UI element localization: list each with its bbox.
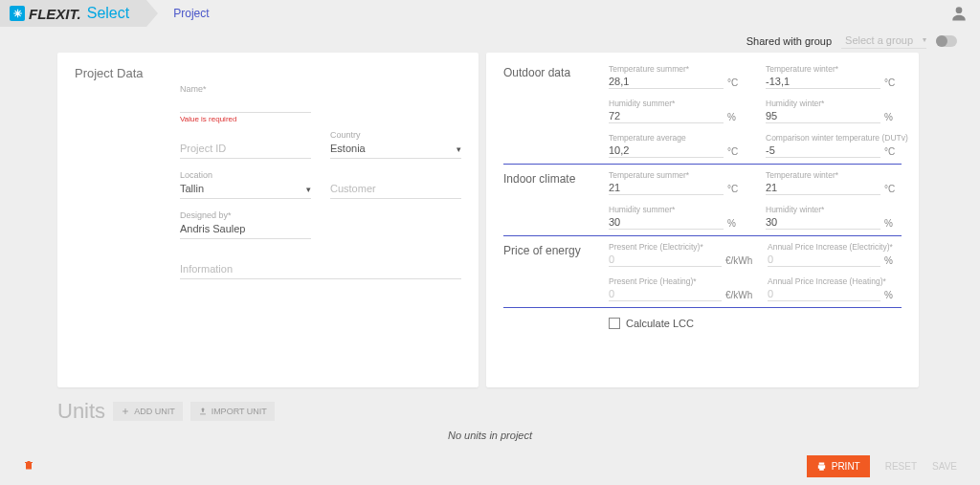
logo: ✳ FLEXIT. Select (10, 5, 129, 22)
name-label: Name* (180, 84, 207, 94)
designed-by-label: Designed by* (180, 210, 232, 220)
designed-by-input[interactable]: Andris Saulep (180, 222, 311, 235)
country-field[interactable]: Country Estonia (330, 132, 461, 159)
calculate-lcc-checkbox[interactable] (609, 318, 620, 329)
heat-price-field[interactable]: Present Price (Heating)*0 (609, 278, 722, 301)
add-unit-button[interactable]: ADD UNIT (113, 402, 183, 421)
units-header: Units ADD UNIT IMPORT UNIT (0, 387, 980, 424)
svg-point-0 (956, 7, 963, 13)
indoor-hum-winter-field[interactable]: Humidity winter*30 (766, 207, 880, 230)
name-error: Value is required (180, 115, 236, 123)
logo-icon: ✳ (10, 6, 25, 21)
reset-button[interactable]: RESET (885, 461, 917, 472)
footer-bar: PRINT RESET SAVE (0, 455, 980, 477)
account-icon[interactable] (949, 4, 969, 23)
indoor-hum-summer-field[interactable]: Humidity summer*30 (609, 207, 724, 230)
customer-field[interactable]: Customer (330, 172, 461, 199)
project-data-card: Project Data Name* Value is required Pro… (57, 53, 479, 387)
logo-text-sub: Select (87, 5, 129, 22)
no-units-message: No units in project (0, 430, 980, 441)
delete-icon[interactable] (23, 458, 34, 474)
country-label: Country (330, 130, 361, 140)
outdoor-temp-winter-field[interactable]: Temperature winter*-13,1 (766, 66, 880, 89)
outdoor-title: Outdoor data (503, 66, 609, 158)
share-label: Shared with group (746, 35, 832, 47)
heat-inc-field[interactable]: Annual Price Increase (Heating)*0 (768, 278, 880, 301)
upload-icon (198, 407, 208, 416)
project-id-field[interactable]: Project ID (180, 132, 311, 159)
designed-by-field[interactable]: Designed by* Andris Saulep (180, 212, 311, 239)
indoor-section: Indoor climate Temperature summer*21 °C … (503, 172, 902, 236)
location-label: Location (180, 170, 212, 180)
outdoor-temp-avg-field[interactable]: Temperature average10,2 (609, 135, 724, 158)
energy-title: Price of energy (503, 244, 609, 301)
customer-input[interactable]: Customer (330, 182, 461, 195)
elec-inc-field[interactable]: Annual Price Increase (Electricity)*0 (768, 244, 880, 267)
units-title: Units (57, 399, 105, 424)
outdoor-dutv-field[interactable]: Comparison winter temperature (DUTv)-5 (766, 135, 880, 158)
calculate-lcc-row: Calculate LCC (609, 318, 902, 329)
information-field[interactable]: Information (180, 253, 461, 279)
logo-text-main: FLEXIT. (29, 6, 81, 22)
calculate-lcc-label: Calculate LCC (626, 318, 694, 329)
breadcrumb-project[interactable]: Project (173, 7, 209, 20)
outdoor-temp-summer-field[interactable]: Temperature summer*28,1 (609, 66, 724, 89)
breadcrumb-home[interactable]: ✳ FLEXIT. Select (0, 0, 146, 27)
project-id-input[interactable]: Project ID (180, 142, 311, 155)
outdoor-hum-winter-field[interactable]: Humidity winter*95 (766, 100, 880, 123)
name-input[interactable] (180, 96, 311, 109)
location-field[interactable]: Location Tallin (180, 172, 311, 199)
indoor-title: Indoor climate (503, 172, 609, 230)
save-button[interactable]: SAVE (932, 461, 957, 472)
name-field[interactable]: Name* Value is required (180, 86, 311, 113)
import-unit-button[interactable]: IMPORT UNIT (190, 402, 275, 421)
project-data-title: Project Data (75, 66, 461, 80)
indoor-temp-winter-field[interactable]: Temperature winter*21 (766, 172, 880, 195)
elec-price-field[interactable]: Present Price (Electricity)*0 (609, 244, 722, 267)
outdoor-hum-summer-field[interactable]: Humidity summer*72 (609, 100, 724, 123)
print-icon (816, 461, 827, 472)
plus-icon (121, 407, 130, 416)
share-bar: Shared with group Select a group (0, 27, 980, 51)
print-button[interactable]: PRINT (807, 455, 870, 477)
country-select[interactable]: Estonia (330, 142, 461, 155)
share-group-select[interactable]: Select a group (841, 33, 926, 49)
outdoor-section: Outdoor data Temperature summer*28,1 °C … (503, 66, 902, 165)
location-select[interactable]: Tallin (180, 182, 311, 195)
share-toggle[interactable] (936, 35, 957, 47)
environment-card: Outdoor data Temperature summer*28,1 °C … (486, 53, 919, 387)
unit-c: °C (727, 77, 745, 89)
top-bar: ✳ FLEXIT. Select Project (0, 0, 980, 27)
information-input[interactable]: Information (180, 262, 461, 276)
indoor-temp-summer-field[interactable]: Temperature summer*21 (609, 172, 724, 195)
energy-section: Price of energy Present Price (Electrici… (503, 244, 902, 308)
